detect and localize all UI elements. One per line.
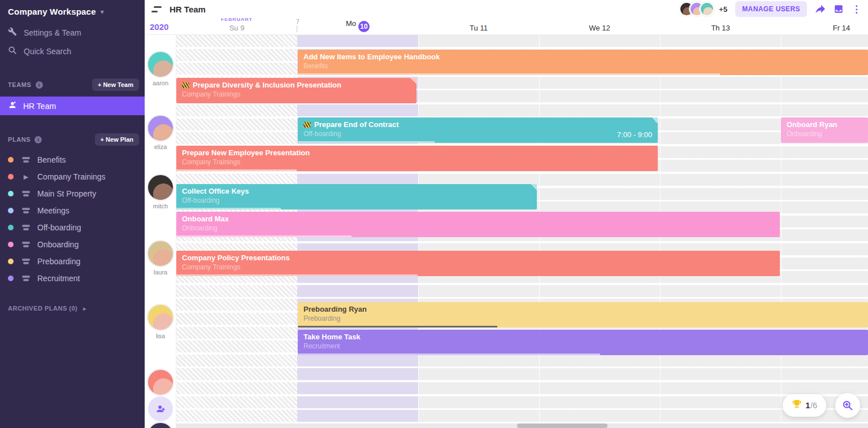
task-bar-prepare-new-employee[interactable]: Prepare New Employee PresentationCompany… — [176, 146, 658, 171]
task-plan-label: Company Trainings — [182, 158, 652, 166]
avatar[interactable] — [700, 2, 714, 16]
add-member-button[interactable] — [148, 396, 173, 421]
task-progress-line — [298, 326, 497, 327]
sidebar-plan-item[interactable]: Off-boarding — [0, 219, 145, 236]
task-plan-label: Off-boarding — [182, 196, 531, 204]
year-label[interactable]: 2020 — [150, 22, 168, 32]
task-title-text: Company Policy Presentations — [182, 254, 290, 262]
plan-color-dot — [8, 276, 14, 281]
sidebar-plan-item[interactable]: Preboarding — [0, 253, 145, 270]
member-name: aaron — [145, 80, 176, 86]
sidebar-item-settings-team[interactable]: Settings & Team — [0, 23, 145, 42]
member-avatar[interactable] — [147, 51, 174, 78]
workspace-switcher[interactable]: Company Workspace ▾ — [0, 0, 145, 22]
member-avatar[interactable] — [147, 422, 174, 428]
fold-corner — [652, 117, 658, 124]
share-icon[interactable] — [815, 5, 826, 14]
task-title: Onboard Ryan — [787, 120, 862, 129]
sidebar-plan-item[interactable]: Onboarding — [0, 236, 145, 253]
sidebar-plan-item[interactable]: Recruitment — [0, 270, 145, 287]
scrollbar-thumb[interactable] — [517, 423, 607, 428]
kebab-menu-icon[interactable]: ⋮ — [852, 5, 861, 14]
sidebar-plan-item[interactable]: Main St Property — [0, 185, 145, 202]
day-header-fr14[interactable]: Fr 14 — [802, 24, 868, 32]
task-progress-line — [176, 169, 297, 171]
day-header-su9[interactable]: FEBRUARYSu 9 — [197, 24, 276, 32]
sidebar-plan-item[interactable]: Benefits — [0, 151, 145, 168]
info-icon[interactable]: i — [36, 81, 43, 89]
workspace-title: Company Workspace — [8, 7, 96, 16]
top-header: HR Team +5 MANAGE USERS ⋮ — [145, 0, 868, 18]
sidebar-plan-item[interactable]: Meetings — [0, 202, 145, 219]
task-bar-onboard-max[interactable]: Onboard MaxOnboarding — [176, 212, 780, 237]
member-avatar[interactable] — [147, 115, 174, 142]
member-rail: aaronelizamitchlauralisa — [145, 35, 176, 428]
plan-color-dot — [8, 208, 14, 213]
day-label: We 12 — [589, 24, 610, 32]
manage-users-button[interactable]: MANAGE USERS — [735, 1, 807, 17]
plan-stack-icon — [21, 208, 31, 213]
task-title-text: Onboard Ryan — [787, 120, 837, 129]
info-icon[interactable]: i — [34, 136, 42, 143]
task-title: Collect Office Keys — [182, 187, 531, 195]
task-title-text: Take Home Task — [303, 333, 361, 341]
trophy-icon — [792, 399, 802, 412]
task-bar-company-policy[interactable]: Company Policy PresentationsCompany Trai… — [176, 251, 780, 276]
inbox-icon[interactable] — [834, 4, 844, 14]
add-member-button — [145, 396, 176, 421]
task-plan-label: Company Trainings — [182, 90, 411, 98]
task-bar-onboard-ryan[interactable]: Onboard RyanOnboarding — [781, 117, 868, 143]
task-title: Add New Items to Employee Handbook — [303, 53, 862, 61]
task-bar-prepare-diversity[interactable]: Prepare Diversity & Inclusion Presentati… — [176, 78, 416, 103]
day-header-mo10[interactable]: Mo10 — [318, 19, 397, 32]
member-avatar[interactable] — [147, 174, 174, 201]
task-bar-prepare-end-of-contract[interactable]: Prepare End of ContractOff-boarding7:00 … — [298, 117, 658, 143]
task-bar-take-home-task[interactable]: Take Home TaskRecruitment — [298, 330, 868, 355]
task-title-text: Onboard Max — [182, 215, 229, 223]
task-title: Prepare End of Contract — [303, 120, 652, 129]
new-team-button[interactable]: + New Team — [92, 78, 139, 91]
task-plan-label: Preboarding — [303, 315, 862, 322]
member-laura: laura — [145, 240, 176, 276]
task-progress-line — [176, 208, 281, 209]
day-header-th13[interactable]: Th 13 — [681, 24, 760, 32]
member-avatar[interactable] — [147, 304, 174, 331]
archived-plans-toggle[interactable]: ARCHIVED PLANS (0) ▸ — [0, 302, 145, 315]
member-avatar[interactable] — [147, 369, 174, 396]
member-name: lisa — [145, 333, 176, 339]
day-label: Tu 11 — [470, 24, 488, 32]
day-header-tu11[interactable]: Tu 11 — [439, 24, 518, 32]
milestones-counter-button[interactable]: 1 /6 — [783, 394, 826, 417]
sidebar-item-quick-search[interactable]: Quick Search — [0, 42, 145, 60]
task-plan-label: Onboarding — [182, 224, 774, 232]
new-plan-button[interactable]: + New Plan — [95, 133, 139, 146]
filter-icon[interactable] — [151, 6, 162, 12]
day-label: Mo — [346, 19, 356, 28]
task-time-label: 7:00 - 9:00 — [617, 130, 652, 139]
day-header-we12[interactable]: We 12 — [560, 24, 639, 32]
task-title: Onboard Max — [182, 215, 774, 223]
task-bar-collect-office-keys[interactable]: Collect Office KeysOff-boarding — [176, 184, 537, 209]
team-people-icon — [8, 101, 17, 111]
plan-label: Main St Property — [37, 189, 96, 198]
timeline-canvas[interactable]: aaronelizamitchlauralisa Add New Items t… — [145, 35, 868, 428]
plans-section-header: PLANS i + New Plan — [0, 128, 145, 150]
task-bar-preboarding-ryan[interactable]: Preboarding RyanPreboarding — [298, 302, 868, 327]
teams-list: HR Team — [0, 97, 145, 115]
task-progress-line — [176, 274, 418, 276]
member-avatar[interactable] — [147, 240, 174, 267]
avatar-overflow-count[interactable]: +5 — [719, 5, 727, 14]
task-progress-line — [298, 73, 720, 75]
member-lisa: lisa — [145, 304, 176, 339]
plan-stack-icon — [21, 276, 31, 281]
sidebar-plan-item[interactable]: ▶Company Trainings — [0, 168, 145, 185]
chevron-right-icon[interactable]: ▶ — [21, 173, 31, 181]
zoom-button[interactable] — [835, 393, 860, 418]
horizontal-scrollbar[interactable] — [176, 423, 868, 428]
hazard-icon — [182, 82, 189, 88]
task-bar-add-new-items[interactable]: Add New Items to Employee HandbookBenefi… — [298, 50, 868, 75]
sidebar-team-item[interactable]: HR Team — [0, 97, 145, 115]
milestones-current: 1 — [806, 401, 810, 410]
member-name: laura — [145, 269, 176, 276]
avatar-stack[interactable] — [679, 2, 714, 16]
